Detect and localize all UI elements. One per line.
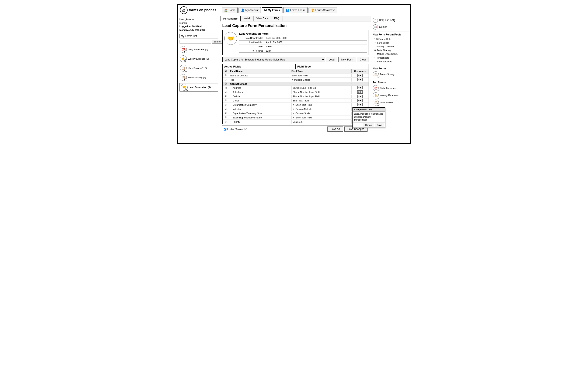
new-form-button[interactable]: New Form [338,57,356,62]
customize-org-company[interactable]: ≡▼ [352,103,368,107]
customize-telephone[interactable]: ≡▼ [352,90,368,94]
check-address[interactable]: ☑ [223,86,229,90]
nav-my-forms-button[interactable]: ☑ My Forms [262,7,283,13]
customize-btn-address[interactable]: ≡▼ [357,86,363,89]
new-form-forms-survey[interactable]: 📋 2 Forms Survey [373,71,409,77]
customize-title[interactable]: ≡▼ [352,78,368,82]
customize-btn-title[interactable]: ≡▼ [357,78,363,81]
tab-install[interactable]: Install [241,16,253,21]
check-name-of-contact[interactable]: ☑ [223,74,229,77]
search-input[interactable] [179,40,211,43]
name-name-of-contact: Name of Contact [229,74,290,77]
customize-email[interactable]: ≡▼ [352,98,368,103]
enable-assign-checkbox[interactable] [224,128,226,130]
nav-forms-showcase-button[interactable]: 🏆 Forms Showcase [309,7,337,13]
load-button[interactable]: Load [326,57,337,62]
check-contact-details[interactable]: ☑ [223,82,229,85]
name-cellular: Cellular [229,95,292,98]
sidebar-item-lead-generation[interactable]: 🤝 2 Lead Generation (3) [179,83,218,92]
top-form-user-survey[interactable]: 📋 1 User Survey [373,100,409,106]
app-container: 🖨 forms on phones 🏠 Home 👤 My Account ☑ … [177,4,411,144]
user-survey-label: User Survey (110) [188,67,207,69]
customize-btn-telephone[interactable]: ≡▼ [357,90,363,94]
field-row-industry: ☑ Industry ▼ Custom Multiple Assignment … [223,107,368,111]
active-fields-header: Active Fields [223,64,296,69]
field-row-name-of-contact: ☑ Name of Contact Short Text Field ≡▼ [223,74,368,78]
logged-in-text: Logged In: 10:31AM [179,25,218,28]
guides-icon: 📖 [373,24,378,30]
sidebar-item-forms-survey[interactable]: 📋 2 Forms Survey (2) [179,74,218,81]
assignment-save-button[interactable]: Save [375,123,384,127]
top-form-weekly-expenses[interactable]: ✋ 1 Weekly Expenses [373,92,409,98]
field-row-priority: ☑ Priority Scale 1-5 ≡▼ [223,120,368,124]
check-title[interactable]: ☐ [223,78,229,82]
signout-link[interactable]: Signout [179,21,218,25]
forum-post-3[interactable]: (7) Survey Creation [374,45,409,49]
nav-my-account-button[interactable]: 👤 My Account [239,7,261,13]
help-faq-link[interactable]: ? Help and FAQ [373,18,409,23]
customize-btn-cellular[interactable]: ≡▼ [357,95,363,98]
fields-subheader: ☑ Field Name Field Type Customize [223,69,368,74]
top-form-daily-timesheet[interactable]: ⏰ 1 Daily Timesheet [373,85,409,91]
guides-link[interactable]: 📖 Guides [373,24,409,30]
forum-post-4[interactable]: (6) Data Sharing [374,49,409,53]
weekly-expenses-top-label: Weekly Expenses [380,94,399,96]
left-sidebar: User: jkarouac Signout Logged In: 10:31A… [178,16,220,143]
field-row-org-size: ☑ Organization/Company Size ▼ Custom Sca… [223,111,368,116]
form-detail-date-downloaded: Date Downloaded February 20th, 2006 [239,36,367,40]
forum-post-1[interactable]: (10) General Info [374,37,409,41]
type-cellular: Phone Number Input Field [292,95,352,98]
check-industry[interactable]: ☑ [223,107,229,111]
customize-btn-org-company[interactable]: ≡▼ [357,103,363,106]
forms-icon: ☑ [264,9,267,12]
sidebar-item-daily-timesheet[interactable]: ⏰ 1 Daily Timesheet (4) [179,46,218,53]
account-icon: 👤 [241,9,244,12]
nav-forms-forum-button[interactable]: 👥 Forms Forum [283,7,308,13]
type-industry: ▼ Custom Multiple Assignment List Sales,… [292,107,352,111]
type-title: ▼ Multiple Choice [290,78,352,82]
weekly-expense-label: Weekly Expense (6) [188,57,209,60]
form-details: Lead Generation Form Date Downloaded Feb… [239,32,367,53]
check-org-company[interactable]: ☑ [223,103,229,106]
weekly-expense-icon: ✋ 1 [180,55,187,62]
save-as-button[interactable]: Save As [327,127,343,132]
customize-name-of-contact[interactable]: ≡▼ [352,74,368,77]
check-priority[interactable]: ☑ [223,120,229,124]
forum-post-7[interactable]: (1) Sale Solutions [374,60,409,64]
tab-view-data[interactable]: View Data [253,16,271,21]
sidebar-item-user-survey[interactable]: 📋 1 User Survey (110) [179,64,218,72]
customize-cellular[interactable]: ≡▼ [352,94,368,98]
forum-post-2[interactable]: (7) Forms Help [374,41,409,45]
name-industry: Industry [229,107,292,111]
field-row-title: ☐ Title ▼ Multiple Choice ≡▼ [223,78,368,82]
check-org-size[interactable]: ☑ [223,111,229,115]
customize-btn-name-of-contact[interactable]: ≡▼ [357,74,363,77]
col-check-header: ☑ [223,69,229,73]
sidebar-item-weekly-expense[interactable]: ✋ 1 Weekly Expense (6) [179,55,218,63]
records-label: # Records [239,49,265,53]
showcase-icon: 🏆 [311,9,315,12]
check-email[interactable]: ☑ [223,99,229,102]
tab-faq[interactable]: FAQ [271,16,283,21]
assignment-cancel-button[interactable]: Cancel [363,123,374,127]
daily-timesheet-top-icon: ⏰ 1 [373,85,379,91]
nav-home-button[interactable]: 🏠 Home [222,7,238,13]
forms-survey-new-label: Forms Survey [380,73,394,75]
customize-btn-email[interactable]: ≡▼ [357,99,363,102]
enable-assign-area: Enable "Assign To" [224,128,247,130]
last-modified-value: April 12th, 2006 [265,41,367,44]
enable-assign-label: Enable "Assign To" [227,128,247,130]
header: 🖨 forms on phones 🏠 Home 👤 My Account ☑ … [178,5,410,16]
forum-post-6[interactable]: (4) Timesheets [374,56,409,60]
search-area: Search [179,40,218,43]
forum-posts: (10) General Info (7) Forms Help (7) Sur… [373,37,409,64]
clear-button[interactable]: Clear [357,57,369,62]
check-sales-rep[interactable]: ☑ [223,116,229,119]
forum-post-5[interactable]: (4) Mobile Office Soluti.. [374,52,409,56]
check-cellular[interactable]: ☑ [223,95,229,98]
customize-address[interactable]: ≡▼ [352,86,368,90]
tab-personalize[interactable]: Personalize [220,16,241,21]
team-value: Sales [265,45,367,48]
form-selector-select[interactable]: Lead Capture for Software Industry Mobil… [222,57,325,62]
check-telephone[interactable]: ☑ [223,90,229,94]
